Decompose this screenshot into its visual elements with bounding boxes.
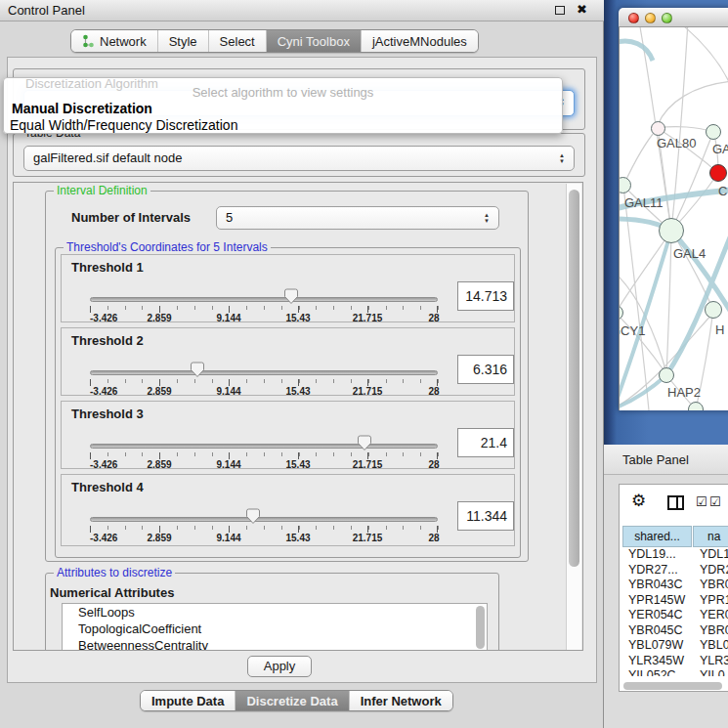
table-row[interactable]: YIL052CYIL0	[622, 668, 728, 676]
slider-track[interactable]	[90, 297, 438, 302]
cell: YPR1	[700, 593, 728, 609]
threshold-1-slider[interactable]: -3.426 2.859 9.144 15.43 21.715 28	[90, 255, 438, 323]
column-header-shared-name[interactable]: shared...	[622, 526, 692, 547]
node-top-right[interactable]	[706, 124, 721, 140]
threshold-1-value-field[interactable]: 14.713	[457, 281, 514, 311]
tab-jactivemnodules[interactable]: jActiveMNodules	[361, 30, 478, 52]
list-item[interactable]: SelfLoops	[63, 604, 487, 621]
node-label: C	[718, 184, 727, 198]
tick-label: 28	[429, 386, 440, 397]
tick-label: 2.859	[147, 313, 171, 323]
network-view-window[interactable]: GAL80 GA C GAL11 GAL4 GCY1 H HAP2	[619, 8, 728, 410]
tick-label: -3.426	[90, 459, 117, 470]
table-row[interactable]: YER054CYER0	[622, 608, 728, 623]
list-item[interactable]: BetweennessCentrality	[63, 637, 487, 651]
threshold-3-slider[interactable]: -3.426 2.859 9.144 15.43 21.715 28	[90, 402, 438, 470]
tick-label: 15.43	[285, 313, 310, 323]
cell: YLR345W	[628, 654, 684, 669]
tick-label: 28	[429, 313, 440, 323]
column-header-name[interactable]: na	[693, 526, 728, 547]
cell: YBR0	[700, 623, 728, 639]
node-gal80[interactable]	[651, 121, 665, 136]
close-icon[interactable]: ✖	[577, 2, 587, 17]
tab-infer-network[interactable]: Infer Network	[349, 691, 452, 710]
slider-track[interactable]	[90, 370, 438, 375]
close-traffic-light-icon[interactable]	[628, 13, 639, 23]
minimize-traffic-light-icon[interactable]	[645, 13, 656, 23]
tab-discretize-data[interactable]: Discretize Data	[235, 691, 348, 710]
table-panel-header[interactable]: Table Panel	[604, 445, 728, 475]
tick-label: 9.144	[216, 313, 240, 323]
control-panel-titlebar[interactable]: Control Panel ✖	[0, 0, 604, 21]
checkbox-select-all-icon[interactable]: ☑	[696, 494, 707, 509]
table-row[interactable]: YLR345WYLR3	[622, 654, 728, 669]
slider-thumb[interactable]	[190, 362, 205, 378]
tick-label: 28	[429, 533, 440, 543]
tab-impute-data[interactable]: Impute Data	[141, 691, 235, 710]
slider-thumb[interactable]	[245, 508, 261, 525]
tick-label: -3.426	[90, 386, 117, 397]
number-of-intervals-spinner[interactable]: 5 ▲▼	[216, 206, 499, 230]
apply-button[interactable]: Apply	[247, 656, 312, 677]
dropdown-option-equal-width[interactable]: Equal Width/Frequency Discretization	[10, 117, 237, 133]
table-row[interactable]: YDL19...YDL1	[622, 547, 728, 563]
threshold-3-value-field[interactable]: 21.4	[457, 428, 514, 457]
gear-icon[interactable]: ⚙	[631, 491, 646, 511]
node-gal4[interactable]	[659, 218, 684, 243]
intervals-value: 5	[226, 210, 233, 225]
tick-label: 9.144	[216, 459, 240, 470]
tick-label: 21.715	[353, 313, 383, 323]
attributes-group-title: Attributes to discretize	[54, 566, 175, 579]
list-scrollbar[interactable]	[476, 606, 485, 649]
tick-label: 9.144	[216, 386, 240, 397]
interval-definition-title: Interval Definition	[54, 184, 150, 197]
node-bottom-partial[interactable]	[688, 402, 704, 410]
zoom-traffic-light-icon[interactable]	[662, 13, 672, 23]
float-window-icon[interactable]	[555, 6, 565, 15]
tab-label: Select	[220, 30, 255, 53]
list-item[interactable]: TopologicalCoefficient	[63, 621, 487, 637]
threshold-2-value-field[interactable]: 6.316	[457, 355, 514, 384]
table-row[interactable]: YBR043CYBR0	[622, 578, 728, 593]
node-hap2[interactable]	[659, 367, 674, 383]
dropdown-option-manual[interactable]: Manual Discretization	[12, 101, 152, 116]
tab-label: Style	[169, 30, 197, 53]
settings-scrollbar-thumb[interactable]	[569, 190, 579, 567]
tick-label: 21.715	[353, 459, 383, 470]
slider-thumb[interactable]	[283, 288, 299, 305]
settings-scrollpane: Interval Definition Number of Intervals …	[13, 182, 583, 651]
slider-track[interactable]	[90, 517, 438, 522]
node-label: HAP2	[667, 385, 701, 400]
slider-thumb[interactable]	[357, 435, 372, 451]
table-row[interactable]: YBL079WYBL0	[622, 638, 728, 654]
tick-label: -3.426	[90, 533, 117, 543]
table-row[interactable]: YBR045CYBR0	[622, 623, 728, 639]
tick-label: 15.43	[285, 386, 310, 397]
threshold-4-value-field[interactable]: 11.344	[457, 501, 514, 531]
table-data-combobox[interactable]: galFiltered.sif default node ▲▼	[23, 146, 575, 171]
threshold-4-slider[interactable]: -3.426 2.859 9.144 15.43 21.715 28	[90, 475, 438, 543]
combo-arrows-icon: ▲▼	[557, 152, 567, 164]
table-row[interactable]: YDR27...YDR2	[622, 563, 728, 578]
tab-select[interactable]: Select	[208, 30, 266, 52]
columns-icon[interactable]	[667, 495, 684, 510]
tab-cyni-toolbox[interactable]: Cyni Toolbox	[266, 30, 361, 52]
threshold-2-slider[interactable]: -3.426 2.859 9.144 15.43 21.715 28	[90, 328, 438, 397]
bottom-tab-bar: Impute Data Discretize Data Infer Networ…	[140, 690, 453, 711]
table-row[interactable]: YPR145WYPR1	[622, 593, 728, 609]
network-canvas[interactable]: GAL80 GA C GAL11 GAL4 GCY1 H HAP2	[619, 27, 728, 410]
slider-track[interactable]	[90, 444, 438, 449]
network-window-titlebar[interactable]	[619, 8, 728, 27]
tab-style[interactable]: Style	[157, 30, 208, 52]
cell: YBR045C	[628, 623, 683, 639]
settings-scrollbar-track[interactable]	[566, 184, 581, 651]
node-label: GAL11	[624, 195, 664, 210]
numerical-attributes-list[interactable]: SelfLoops TopologicalCoefficient Between…	[62, 603, 488, 651]
cell: YDL19...	[628, 547, 676, 563]
tab-network[interactable]: Network	[71, 30, 157, 52]
table-horizontal-scrollbar[interactable]	[623, 682, 722, 690]
node-h[interactable]	[705, 301, 722, 319]
checkbox-select-none-icon[interactable]: ☑	[709, 494, 720, 509]
node-selected-red[interactable]	[709, 164, 727, 182]
tick-label: 2.859	[147, 533, 171, 543]
